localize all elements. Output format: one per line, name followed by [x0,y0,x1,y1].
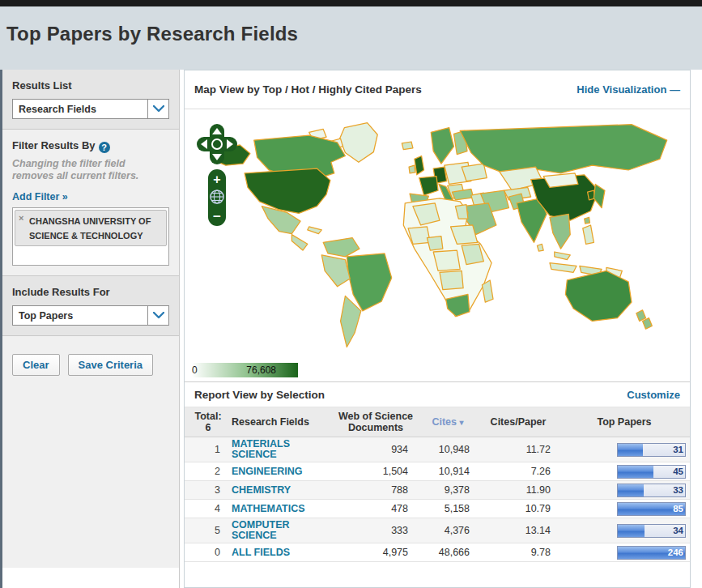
cites-per-paper-value: 11.72 [478,444,559,455]
include-results-label: Include Results For [12,286,169,298]
research-field-link[interactable]: CHEMISTRY [232,485,334,496]
country-mongolia [543,173,578,187]
column-header-cites-sorted[interactable]: Cites ▾ [418,416,478,428]
top-papers-bar-fill [618,444,643,456]
visualization-header: Map View by Top / Hot / Highly Cited Pap… [185,70,690,109]
save-criteria-button[interactable]: Save Criteria [68,354,154,376]
results-list-section: Results List Research Fields [2,70,179,130]
cites-value: 10,948 [418,444,478,455]
cites-value: 4,376 [418,525,478,536]
research-field-link[interactable]: COMPUTER SCIENCE [232,520,334,541]
table-row: 5 COMPUTER SCIENCE 333 4,376 13.14 34 [185,518,690,543]
main-panel: Map View by Top / Hot / Highly Cited Pap… [184,70,691,588]
map-controls: + − [194,122,241,231]
zoom-in-button[interactable]: + [213,173,220,186]
country-japan [594,184,605,207]
top-papers-bar[interactable]: 34 [617,524,686,538]
customize-link[interactable]: Customize [627,389,680,401]
action-buttons-section: Clear Save Criteria [2,336,179,568]
column-header-research-fields[interactable]: Research Fields [232,416,334,428]
results-list-label: Results List [12,79,169,92]
cites-per-paper-value: 10.79 [478,503,559,514]
page-header: Top Papers by Research Fields [0,6,702,70]
include-results-select[interactable]: Top Papers [12,305,169,326]
research-field-link[interactable]: MATHEMATICS [232,504,334,514]
total-count: Total: 6 [185,411,232,433]
top-papers-value: 33 [673,485,683,495]
chevron-down-icon [147,306,168,325]
cites-value: 9,378 [418,484,478,496]
column-header-documents[interactable]: Web of Science Documents [334,411,418,433]
table-row: 2 ENGINEERING 1,504 10,914 7.26 45 [185,462,690,481]
top-papers-bar[interactable]: 85 [617,502,686,516]
map-legend: 0 76,608 [189,363,298,377]
filter-tag[interactable]: × CHANGSHA UNIVERSITY OF SCIENCE & TECHN… [15,210,167,246]
country-france [419,177,438,195]
sidebar: Results List Research Fields Filter Resu… [0,70,180,588]
cites-value: 5,158 [418,503,478,514]
zoom-out-button[interactable]: − [213,209,221,224]
table-header-row: Total: 6 Research Fields Web of Science … [185,407,690,437]
documents-value: 934 [334,444,418,455]
top-papers-bar-fill [618,466,653,478]
research-field-link[interactable]: ENGINEERING [232,467,334,477]
cites-per-paper-value: 7.26 [478,466,559,477]
research-field-link[interactable]: MATERIALS SCIENCE [232,439,334,460]
top-papers-bar-fill [618,484,644,496]
documents-value: 333 [334,525,418,536]
documents-value: 1,504 [334,466,418,477]
top-papers-bar[interactable]: 33 [617,484,686,497]
cites-per-paper-value: 13.14 [478,525,559,536]
research-field-link[interactable]: ALL FIELDS [232,548,334,558]
row-rank: 4 [185,503,232,514]
top-papers-value: 246 [668,548,683,557]
table-row: 0 ALL FIELDS 4,975 48,666 9.78 246 [185,543,690,562]
row-rank: 0 [185,547,232,558]
row-rank: 5 [185,525,232,536]
filter-label-row: Filter Results By? [12,139,169,153]
filter-section: Filter Results By? Changing the filter f… [2,130,179,276]
row-rank: 2 [185,466,232,477]
page-title: Top Papers by Research Fields [0,6,702,45]
chevron-down-icon [147,100,168,118]
results-list-select[interactable]: Research Fields [12,99,169,119]
country-australia [565,271,632,321]
remove-filter-icon[interactable]: × [19,213,23,223]
report-table-body: 1 MATERIALS SCIENCE 934 10,948 11.72 31 … [185,437,690,562]
country-brazil [347,254,391,311]
top-papers-value: 31 [673,445,683,454]
top-papers-bar[interactable]: 246 [617,546,686,560]
top-papers-bar-fill [618,525,645,537]
include-results-section: Include Results For Top Papers [2,276,179,336]
clear-button[interactable]: Clear [12,354,60,376]
legend-min-value: 0 [192,364,198,376]
top-papers-value: 85 [673,504,683,513]
top-papers-bar[interactable]: 45 [617,465,686,479]
filter-list-box[interactable]: × CHANGSHA UNIVERSITY OF SCIENCE & TECHN… [12,207,169,266]
map-view-title: Map View by Top / Hot / Highly Cited Pap… [194,83,576,96]
pan-control[interactable] [197,124,237,164]
filter-tag-label: CHANGSHA UNIVERSITY OF SCIENCE & TECHNOL… [29,216,151,241]
country-russia [460,125,666,173]
cites-per-paper-value: 9.78 [478,547,559,558]
column-header-top-papers[interactable]: Top Papers [559,416,690,428]
row-rank: 1 [185,444,232,455]
table-row: 4 MATHEMATICS 478 5,158 10.79 85 [185,500,690,518]
cites-value: 10,914 [418,466,478,477]
top-papers-bar[interactable]: 31 [617,443,686,457]
include-results-selected-value: Top Papers [13,310,147,322]
filter-label: Filter Results By [12,139,96,151]
table-row: 3 CHEMISTRY 788 9,378 11.90 33 [185,481,690,500]
documents-value: 4,975 [334,547,418,558]
results-list-selected-value: Research Fields [13,104,147,115]
cites-value: 48,666 [418,547,478,558]
hide-visualization-link[interactable]: Hide Visualization — [576,83,680,96]
top-papers-value: 34 [673,526,683,535]
world-map[interactable] [191,117,687,359]
column-header-cites-per-paper[interactable]: Cites/Paper [478,416,559,428]
add-filter-link[interactable]: Add Filter » [12,191,68,202]
report-view-title: Report View by Selection [194,389,627,401]
help-icon[interactable]: ? [99,142,110,153]
documents-value: 478 [334,503,418,514]
filter-note: Changing the filter field removes all cu… [12,158,169,182]
